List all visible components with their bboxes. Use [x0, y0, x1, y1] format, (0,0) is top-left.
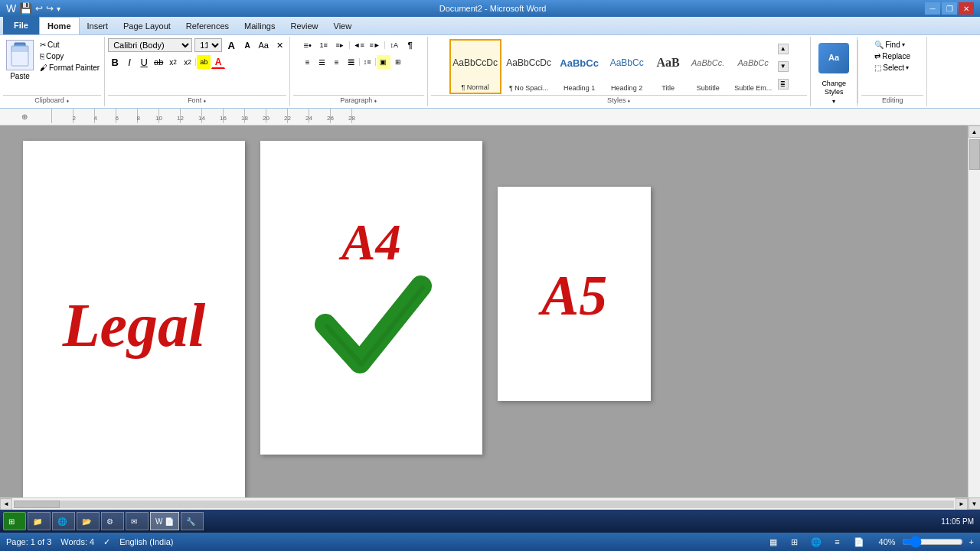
tab-file[interactable]: File: [3, 16, 39, 34]
h-scroll-left-arrow[interactable]: ◄: [0, 498, 12, 510]
ruler-icon[interactable]: ⊕: [21, 112, 28, 121]
print-layout-icon[interactable]: ▦: [766, 536, 781, 548]
styles-scroll-up[interactable]: ▲: [778, 44, 789, 54]
tab-insert[interactable]: Insert: [80, 18, 116, 34]
vertical-scrollbar[interactable]: ▲ ▼: [968, 126, 980, 510]
tab-view[interactable]: View: [326, 18, 360, 34]
scroll-thumb[interactable]: [969, 139, 980, 170]
tab-page-layout[interactable]: Page Layout: [116, 18, 178, 34]
taskbar-browser[interactable]: 🌐: [52, 512, 75, 530]
spell-check-icon[interactable]: ✓: [103, 537, 110, 547]
style-heading1-button[interactable]: AaBbCc Heading 1: [557, 39, 603, 94]
styles-expand-icon[interactable]: ⬧: [627, 97, 631, 104]
numbering-button[interactable]: 1≡: [317, 38, 331, 52]
superscript-button[interactable]: x2: [181, 55, 194, 69]
style-normal-button[interactable]: AaBbCcDc ¶ Normal: [449, 39, 501, 94]
tab-references[interactable]: References: [178, 18, 237, 34]
tab-home[interactable]: Home: [39, 17, 80, 34]
select-arrow[interactable]: ▾: [906, 64, 909, 71]
zoom-slider[interactable]: [902, 537, 963, 546]
increase-indent-button[interactable]: ≡►: [368, 38, 382, 52]
tab-mailings[interactable]: Mailings: [237, 18, 283, 34]
close-button[interactable]: ✕: [959, 2, 974, 15]
taskbar-app2[interactable]: 🔧: [181, 512, 204, 530]
copy-button[interactable]: ⎘ Copy: [38, 51, 101, 61]
style-heading2-button[interactable]: AaBbCc Heading 2: [604, 39, 650, 94]
draft-icon[interactable]: 📄: [851, 536, 867, 548]
find-arrow[interactable]: ▾: [902, 41, 905, 48]
strikethrough-button[interactable]: ab: [152, 55, 165, 69]
language[interactable]: English (India): [119, 537, 173, 546]
paragraph-expand-icon[interactable]: ⬧: [374, 97, 377, 104]
restore-button[interactable]: ❐: [942, 2, 957, 15]
sort-button[interactable]: ↕A: [387, 38, 401, 52]
start-button[interactable]: ⊞: [3, 512, 26, 530]
align-right-button[interactable]: ≡: [330, 55, 344, 69]
find-button[interactable]: 🔍 Find ▾: [871, 40, 907, 50]
style-no-spacing-button[interactable]: AaBbCcDc ¶ No Spaci...: [503, 39, 555, 94]
underline-button[interactable]: U: [137, 55, 151, 69]
ruler-mark-12: 12: [159, 109, 181, 123]
horizontal-scrollbar[interactable]: ◄ ►: [0, 497, 968, 510]
cut-button[interactable]: ✂ Cut: [38, 40, 101, 50]
justify-button[interactable]: ☰: [345, 55, 358, 69]
taskbar-folder[interactable]: 📂: [77, 512, 100, 530]
change-case-button[interactable]: Aа: [256, 38, 270, 52]
taskbar-word-active[interactable]: W 📄: [150, 512, 179, 530]
align-center-button[interactable]: ☰: [315, 55, 329, 69]
taskbar-mail[interactable]: ✉: [126, 512, 149, 530]
font-expand-icon[interactable]: ⬧: [203, 97, 207, 104]
h-scroll-track[interactable]: [14, 500, 954, 508]
bullets-button[interactable]: ≡•: [301, 38, 315, 52]
zoom-in-icon[interactable]: +: [969, 537, 974, 546]
bold-button[interactable]: B: [108, 55, 122, 69]
scroll-up-arrow[interactable]: ▲: [969, 126, 981, 138]
replace-button[interactable]: ⇄ Replace: [871, 51, 913, 61]
subscript-button[interactable]: x2: [166, 55, 180, 69]
full-screen-icon[interactable]: ⊞: [787, 536, 802, 548]
web-layout-icon[interactable]: 🌐: [808, 536, 824, 548]
h-scroll-right-arrow[interactable]: ►: [956, 498, 968, 510]
italic-button[interactable]: I: [122, 55, 136, 69]
shrink-font-button[interactable]: A: [240, 38, 254, 52]
font-name-select[interactable]: Calibri (Body): [108, 38, 192, 52]
paste-button[interactable]: Paste: [3, 38, 37, 82]
scroll-down-arrow[interactable]: ▼: [969, 497, 981, 510]
clear-formatting-button[interactable]: ✕: [273, 38, 286, 52]
grow-font-button[interactable]: A: [224, 38, 238, 52]
text-highlight-button[interactable]: ab: [197, 55, 211, 69]
styles-scroll-down[interactable]: ▼: [778, 61, 789, 72]
decrease-indent-button[interactable]: ◄≡: [352, 38, 366, 52]
change-styles-icon[interactable]: Aa: [814, 38, 854, 78]
page-legal[interactable]: Legal: [23, 141, 245, 500]
style-title-button[interactable]: AaB Title: [652, 39, 685, 94]
format-painter-button[interactable]: 🖌 Format Painter: [38, 63, 101, 73]
style-subtitle-button[interactable]: AaBbCc. Subtitle: [687, 39, 730, 94]
taskbar-settings[interactable]: ⚙: [101, 512, 124, 530]
multilevel-button[interactable]: ≡▸: [333, 38, 347, 52]
quick-access-redo[interactable]: ↪: [46, 3, 54, 14]
font-size-select[interactable]: 11: [194, 38, 222, 52]
clipboard-expand-icon[interactable]: ⬧: [66, 97, 70, 104]
quick-access-save[interactable]: 💾: [19, 2, 32, 15]
taskbar-file-explorer[interactable]: 📁: [28, 512, 51, 530]
change-styles-label[interactable]: ChangeStyles: [822, 80, 846, 96]
align-left-button[interactable]: ≡: [301, 55, 315, 69]
styles-scroll-more[interactable]: ≣: [778, 79, 789, 90]
quick-access-undo[interactable]: ↩: [35, 3, 43, 14]
h-scroll-thumb[interactable]: [14, 500, 60, 508]
styles-scroll[interactable]: ▲ ▼ ≣: [777, 38, 789, 95]
page-a5[interactable]: A5: [498, 187, 651, 401]
change-styles-arrow[interactable]: ▾: [832, 98, 835, 105]
borders-button[interactable]: ⊞: [391, 55, 405, 69]
minimize-button[interactable]: ─: [925, 2, 940, 15]
select-button[interactable]: ⬚ Select ▾: [871, 63, 912, 73]
font-color-button[interactable]: A: [211, 55, 225, 69]
line-spacing-button[interactable]: ↕≡: [361, 55, 374, 69]
outline-icon[interactable]: ≡: [830, 536, 845, 548]
style-subtle-em-button[interactable]: AaBbCc Subtle Em...: [731, 39, 776, 94]
show-marks-button[interactable]: ¶: [403, 38, 417, 52]
page-a4[interactable]: A4: [260, 141, 482, 455]
shading-button[interactable]: ▣: [377, 55, 390, 69]
tab-review[interactable]: Review: [283, 18, 325, 34]
